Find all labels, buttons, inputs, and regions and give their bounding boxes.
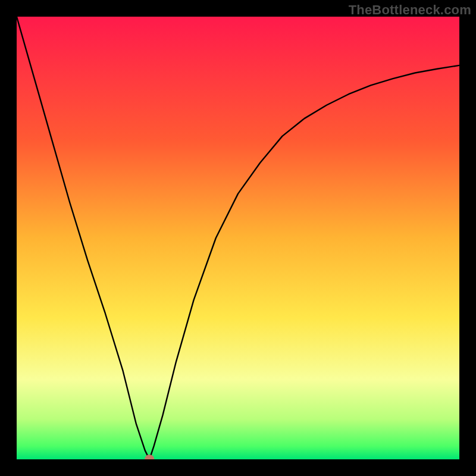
chart-stage: TheBottleneck.com xyxy=(0,0,476,476)
gradient-background xyxy=(17,17,459,459)
chart-svg xyxy=(17,17,459,459)
plot-area xyxy=(17,17,459,459)
watermark-text: TheBottleneck.com xyxy=(349,2,471,18)
